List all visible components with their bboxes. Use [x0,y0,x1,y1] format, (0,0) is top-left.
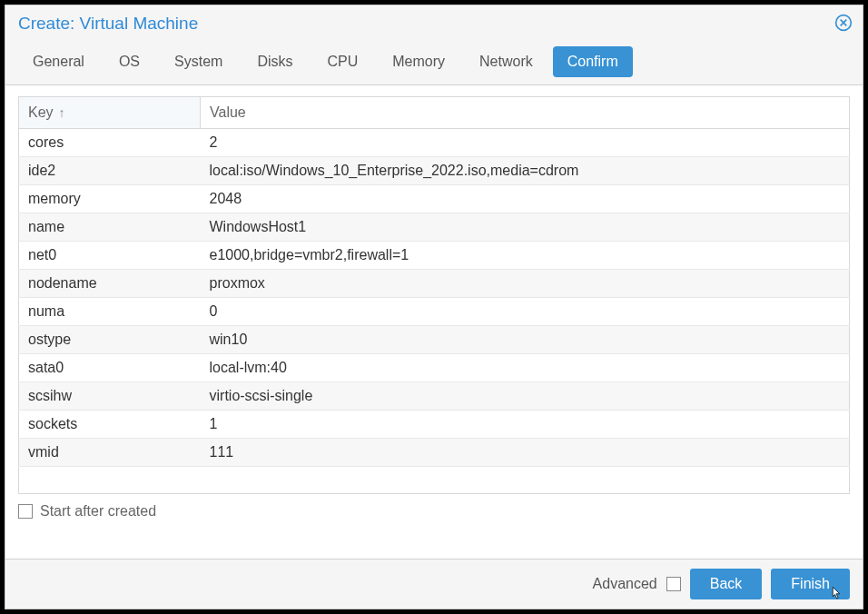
dialog-title: Create: Virtual Machine [18,14,850,34]
start-after-created-label: Start after created [40,503,156,520]
cell-value: e1000,bridge=vmbr2,firewall=1 [201,242,850,270]
tab-memory[interactable]: Memory [378,46,459,77]
dialog-footer: Advanced Back Finish [5,559,863,609]
column-header-value-label: Value [210,104,246,120]
cell-key: scsihw [19,382,201,411]
tab-system[interactable]: System [160,46,237,77]
close-button[interactable] [833,13,853,33]
table-row[interactable]: ide2local:iso/Windows_10_Enterprise_2022… [19,157,850,185]
cell-key: ostype [19,326,201,354]
cell-value: virtio-scsi-single [201,382,850,411]
cursor-icon [828,585,844,601]
table-row[interactable]: cores2 [19,129,850,157]
tab-os[interactable]: OS [104,46,154,77]
tab-confirm[interactable]: Confirm [553,46,633,77]
summary-table: Key ↑ Value cores2ide2local:iso/Windows_… [18,96,850,494]
back-button[interactable]: Back [690,569,763,599]
table-row[interactable]: nameWindowsHost1 [19,213,850,242]
cell-value: 1 [201,411,850,439]
table-row[interactable]: sata0local-lvm:40 [19,354,850,382]
cell-key: nodename [19,270,201,298]
wizard-tabs: GeneralOSSystemDisksCPUMemoryNetworkConf… [18,46,850,84]
cell-key: cores [19,129,201,157]
column-header-value[interactable]: Value [201,97,850,129]
column-header-key[interactable]: Key ↑ [19,97,201,129]
cell-key: memory [19,185,201,213]
cell-key: ide2 [19,157,201,185]
cell-value: WindowsHost1 [201,213,850,242]
cell-value: 0 [201,298,850,326]
column-header-key-label: Key [28,104,54,120]
sort-asc-icon: ↑ [55,105,65,120]
cell-value: win10 [201,326,850,354]
cell-value: local-lvm:40 [201,354,850,382]
table-row[interactable]: memory2048 [19,185,850,213]
cell-value: 2048 [201,185,850,213]
start-after-created[interactable]: Start after created [18,503,850,520]
cell-value: 2 [201,129,850,157]
table-row[interactable]: vmid111 [19,439,850,467]
close-icon [834,14,853,32]
table-row[interactable]: ostypewin10 [19,326,850,354]
table-row[interactable]: net0e1000,bridge=vmbr2,firewall=1 [19,242,850,270]
cell-key: net0 [19,242,201,270]
cell-key: vmid [19,439,201,467]
table-row[interactable]: numa0 [19,298,850,326]
finish-button-label: Finish [791,576,830,591]
cell-value: proxmox [201,270,850,298]
cell-value: 111 [201,439,850,467]
start-after-created-checkbox[interactable] [18,504,33,519]
tab-network[interactable]: Network [465,46,547,77]
tab-disks[interactable]: Disks [242,46,307,77]
table-row[interactable]: nodenameproxmox [19,270,850,298]
advanced-checkbox[interactable] [666,577,681,591]
table-row[interactable]: scsihwvirtio-scsi-single [19,382,850,411]
tab-cpu[interactable]: CPU [313,46,373,77]
cell-value: local:iso/Windows_10_Enterprise_2022.iso… [201,157,850,185]
dialog-create-vm: Create: Virtual Machine GeneralOSSystemD… [5,5,863,609]
dialog-content: Key ↑ Value cores2ide2local:iso/Windows_… [5,85,863,559]
cell-key: sata0 [19,354,201,382]
dialog-header: Create: Virtual Machine GeneralOSSystemD… [5,5,863,85]
table-row-empty [19,467,850,494]
advanced-label: Advanced [593,576,657,592]
table-row[interactable]: sockets1 [19,411,850,439]
cell-key: sockets [19,411,201,439]
tab-general[interactable]: General [18,46,99,77]
finish-button[interactable]: Finish [771,569,850,599]
cell-key: name [19,213,201,242]
cell-key: numa [19,298,201,326]
